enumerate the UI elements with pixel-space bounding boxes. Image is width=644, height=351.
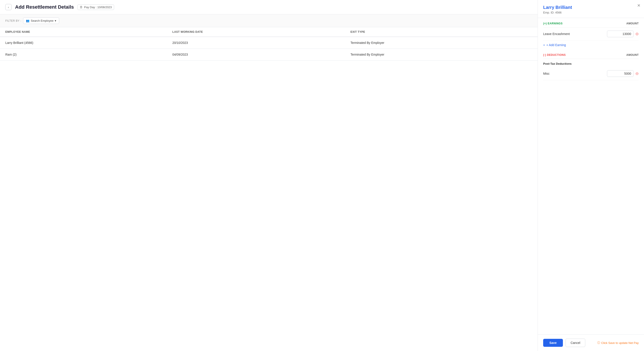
search-employee-button[interactable]: 👥 Search Employee ▾ [23, 18, 60, 24]
payday-text: Pay Day : 10/08/2023 [84, 6, 112, 9]
earnings-amount-header: AMOUNT [626, 22, 639, 25]
add-earning-label: + Add Earning [546, 43, 566, 47]
leave-encashment-label: Leave Encashment [543, 32, 570, 36]
col-header-exit-type: EXIT TYPE [345, 27, 538, 37]
payday-badge: 🗓 Pay Day : 10/08/2023 [77, 4, 114, 10]
misc-controls: ⊖ [607, 70, 639, 77]
notice-icon: ⓘ [597, 341, 600, 345]
add-earning-icon: + [543, 43, 545, 47]
exit-type-cell: Terminated By Employer [345, 37, 538, 49]
right-panel: Larry Brilliant Emp. ID: 4566 ✕ (+) EARN… [538, 0, 644, 351]
exit-type-cell: Terminated By Employer [345, 49, 538, 60]
filter-bar: FILTER BY : 👥 Search Employee ▾ [0, 14, 538, 27]
misc-label: Misc [543, 72, 550, 75]
deductions-amount-header: AMOUNT [626, 54, 639, 56]
misc-row: Misc ⊖ [543, 67, 639, 80]
leave-encashment-row: Leave Encashment ⊖ [543, 28, 639, 40]
panel-header: Larry Brilliant Emp. ID: 4566 ✕ [538, 0, 644, 18]
last-working-date-cell: 20/10/2023 [167, 37, 345, 49]
add-earning-button[interactable]: + + Add Earning [543, 40, 566, 50]
table-row[interactable]: Ram (2)04/09/2023Terminated By Employer [0, 49, 538, 60]
remove-leave-encashment-button[interactable]: ⊖ [635, 32, 639, 36]
close-button[interactable]: ✕ [637, 4, 640, 8]
save-button[interactable]: Save [543, 339, 563, 347]
deductions-section-header: (-) DEDUCTIONS AMOUNT [543, 50, 639, 59]
deductions-section-title: (-) DEDUCTIONS [543, 54, 566, 56]
page-header: ‹ Add Resettlement Details 🗓 Pay Day : 1… [0, 0, 538, 14]
notice-text: Click Save to update Net Pay [601, 341, 639, 344]
back-icon: ‹ [8, 6, 9, 9]
misc-input[interactable] [607, 70, 634, 77]
employee-name-cell: Larry Brilliant (4566) [0, 37, 167, 49]
employee-name-cell: Ram (2) [0, 49, 167, 60]
remove-misc-button[interactable]: ⊖ [635, 72, 639, 76]
panel-body: (+) EARNINGS AMOUNT Leave Encashment ⊖ +… [538, 18, 644, 334]
page-title: Add Resettlement Details [15, 4, 74, 10]
panel-emp-id: Emp. ID: 4566 [543, 11, 639, 14]
col-header-last-working-date: LAST WORKING DATE [167, 27, 345, 37]
earnings-section-header: (+) EARNINGS AMOUNT [543, 18, 639, 28]
dropdown-icon: ▾ [55, 19, 56, 22]
post-tax-deductions-label: Post-Tax Deductions [543, 59, 639, 67]
employee-table: EMPLOYEE NAME LAST WORKING DATE EXIT TYP… [0, 27, 538, 60]
employee-table-container: EMPLOYEE NAME LAST WORKING DATE EXIT TYP… [0, 27, 538, 351]
leave-encashment-input[interactable] [607, 30, 634, 37]
people-icon: 👥 [26, 19, 30, 22]
panel-employee-name: Larry Brilliant [543, 5, 639, 10]
calendar-icon: 🗓 [80, 6, 83, 9]
add-earning-row: + + Add Earning [543, 40, 639, 50]
table-header-row: EMPLOYEE NAME LAST WORKING DATE EXIT TYP… [0, 27, 538, 37]
save-notice: ⓘ Click Save to update Net Pay [597, 341, 639, 345]
col-header-employee-name: EMPLOYEE NAME [0, 27, 167, 37]
leave-encashment-controls: ⊖ [607, 30, 639, 37]
filter-label: FILTER BY : [5, 19, 21, 22]
earnings-section-title: (+) EARNINGS [543, 22, 563, 25]
panel-footer: Save Cancel ⓘ Click Save to update Net P… [538, 334, 644, 351]
back-button[interactable]: ‹ [5, 4, 12, 10]
cancel-button[interactable]: Cancel [566, 338, 586, 347]
search-employee-label: Search Employee [31, 19, 54, 22]
last-working-date-cell: 04/09/2023 [167, 49, 345, 60]
table-row[interactable]: Larry Brilliant (4566)20/10/2023Terminat… [0, 37, 538, 49]
